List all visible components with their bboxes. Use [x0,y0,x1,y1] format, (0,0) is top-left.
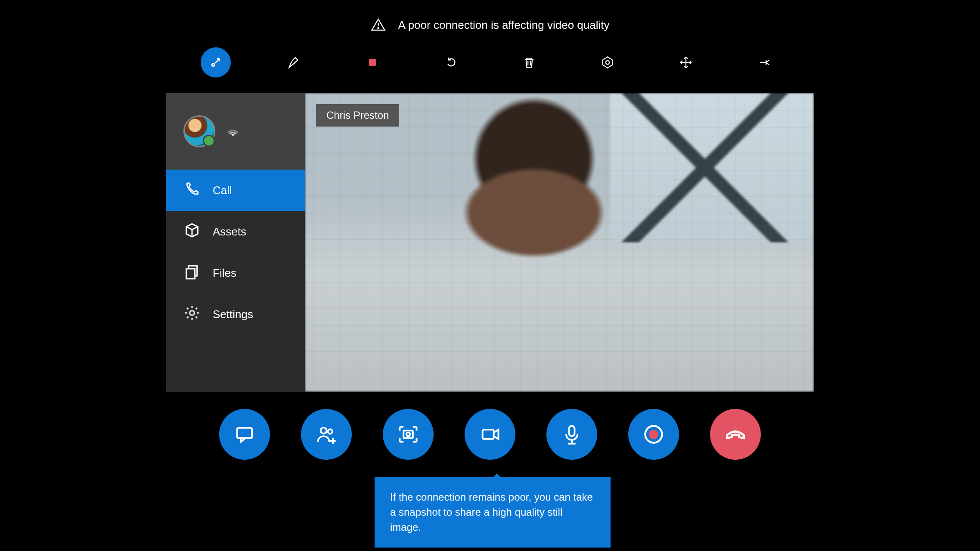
cube-icon [183,222,201,242]
call-action-bar [219,409,761,460]
sidebar-item-call[interactable]: Call [166,170,305,211]
move-tool-button[interactable] [671,47,701,77]
svg-point-1 [378,28,378,28]
svg-point-15 [406,433,410,436]
svg-point-13 [328,429,332,433]
participant-name-chip: Chris Preston [316,104,399,127]
snapshot-tooltip: If the connection remains poor, you can … [375,477,611,548]
app-window: Call Assets Files [166,93,814,392]
sidebar-item-label: Files [213,266,236,280]
video-area: Chris Preston [305,93,814,392]
sidebar-item-files[interactable]: Files [166,252,305,294]
pen-tool-button[interactable] [279,47,309,77]
gear-icon [183,304,201,325]
svg-rect-11 [237,428,252,438]
sidebar-item-label: Settings [213,308,253,321]
svg-rect-9 [186,269,195,279]
svg-point-7 [606,61,610,65]
sidebar: Call Assets Files [166,93,305,392]
delete-button[interactable] [514,47,544,77]
svg-point-12 [321,427,327,433]
files-icon [183,263,201,283]
add-participant-button[interactable] [301,409,352,460]
wifi-icon [226,123,240,139]
annotation-toolbar [201,47,779,77]
phone-icon [183,180,201,201]
sidebar-nav: Call Assets Files [166,170,305,335]
svg-rect-3 [369,59,376,66]
undo-button[interactable] [436,47,466,77]
svg-rect-17 [569,426,575,436]
stop-record-button[interactable] [357,47,388,77]
warning-icon [371,17,386,33]
svg-rect-16 [483,430,494,439]
connection-warning-text: A poor connection is affecting video qua… [398,19,610,32]
svg-marker-6 [603,57,613,68]
sidebar-item-label: Call [213,184,232,197]
avatar[interactable] [183,115,215,147]
connection-warning-banner: A poor connection is affecting video qua… [371,17,610,33]
svg-point-2 [212,64,214,66]
record-button[interactable] [628,409,679,460]
profile-area [166,93,305,170]
sidebar-item-label: Assets [213,225,246,238]
sidebar-item-assets[interactable]: Assets [166,211,305,252]
reticle-tool-button[interactable] [592,47,623,77]
hang-up-button[interactable] [710,409,761,460]
pin-tool-button[interactable] [749,47,779,77]
svg-point-10 [190,310,195,315]
camera-toggle-button[interactable] [465,409,515,460]
chat-button[interactable] [219,409,270,460]
snapshot-button[interactable] [383,409,434,460]
pointer-tool-button[interactable] [201,47,231,77]
app-stage: A poor connection is affecting video qua… [0,0,980,551]
microphone-toggle-button[interactable] [546,409,597,460]
sidebar-item-settings[interactable]: Settings [166,294,305,335]
video-pixelation-overlay [305,93,814,392]
svg-point-21 [649,430,658,439]
